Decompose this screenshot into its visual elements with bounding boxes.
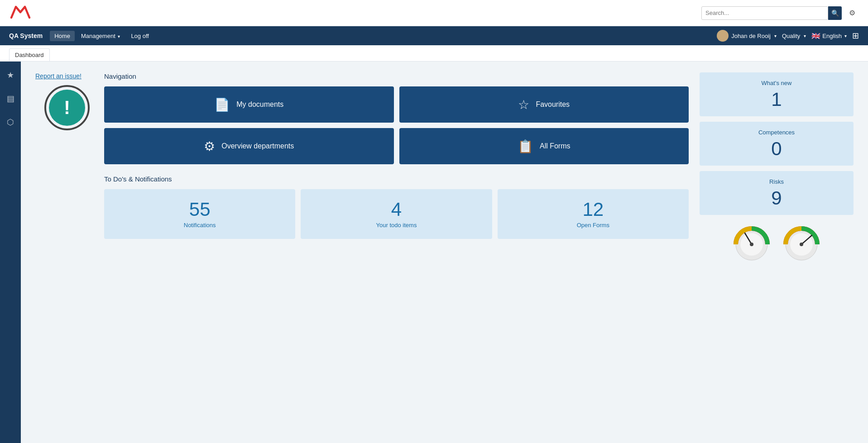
search-button[interactable]: 🔍 (828, 6, 842, 20)
share-icon: ⬡ (7, 117, 14, 127)
card-risks-number: 9 (709, 189, 844, 208)
tab-dashboard[interactable]: Dashboard (9, 48, 50, 61)
tile-my-documents-label: My documents (236, 100, 283, 109)
role-dropdown-arrow: ▾ (804, 33, 806, 38)
card-whats-new-title: What's new (709, 80, 844, 86)
nav-tiles: 📄 My documents ☆ Favourites ⚙ Overview d… (104, 86, 689, 164)
search-icon: 🔍 (831, 10, 839, 17)
right-panel: What's new 1 Competences 0 Risks 9 (700, 72, 854, 265)
navigation-title: Navigation (104, 72, 689, 80)
tile-my-documents[interactable]: 📄 My documents (104, 86, 394, 123)
star-icon: ★ (7, 70, 14, 80)
tile-overview-departments[interactable]: ⚙ Overview departments (104, 128, 394, 164)
settings-button[interactable]: ⚙ (845, 6, 859, 20)
main-content: Report an issue! ! Navigation 📄 My (21, 62, 868, 443)
gauge-1 (731, 224, 772, 265)
nav-item-logoff[interactable]: Log off (126, 31, 153, 41)
card-whats-new-number: 1 (709, 90, 844, 109)
sidebar-icon-chart[interactable]: ▤ (2, 91, 19, 107)
dashboard-left: Navigation 📄 My documents ☆ Favourites ⚙ (104, 72, 689, 265)
nav-bar: QA System Home Management ▾ Log off Joha… (0, 26, 868, 45)
sidebar-icon-star[interactable]: ★ (2, 67, 19, 83)
search-input[interactable] (701, 6, 828, 20)
todo-notifications[interactable]: 55 Notifications (104, 189, 295, 239)
nav-user[interactable]: Johan de Rooij ▾ (717, 30, 777, 42)
dashboard-body: Report an issue! ! Navigation 📄 My (35, 72, 854, 265)
search-wrapper: 🔍 (701, 6, 842, 20)
todo-items[interactable]: 4 Your todo items (301, 189, 492, 239)
todo-tiles: 55 Notifications 4 Your todo items 12 Op… (104, 189, 689, 239)
tile-favourites-label: Favourites (536, 100, 570, 109)
todo-items-label: Your todo items (376, 222, 417, 229)
user-role: Quality (782, 33, 800, 39)
tile-all-forms[interactable]: 📋 All Forms (399, 128, 689, 164)
todo-open-forms[interactable]: 12 Open Forms (498, 189, 689, 239)
nav-item-management[interactable]: Management ▾ (77, 31, 125, 41)
report-section: Report an issue! ! (35, 72, 90, 256)
open-forms-label: Open Forms (577, 222, 609, 229)
favourites-icon: ☆ (518, 97, 529, 112)
avatar (717, 30, 729, 42)
card-competences-number: 0 (709, 139, 844, 158)
svg-point-7 (800, 243, 803, 246)
todo-items-number: 4 (391, 200, 402, 219)
documents-icon: 📄 (214, 97, 230, 112)
flag-icon: 🇬🇧 (811, 32, 820, 40)
grid-icon[interactable]: ⊞ (852, 31, 859, 41)
nav-role[interactable]: Quality ▾ (782, 33, 806, 39)
svg-point-3 (750, 243, 753, 246)
logo (9, 3, 36, 23)
language-label: English (822, 33, 842, 39)
gauges-row (700, 224, 854, 265)
nav-right: Johan de Rooij ▾ Quality ▾ 🇬🇧 English ▾ … (717, 30, 859, 42)
nav-language[interactable]: 🇬🇧 English ▾ (811, 32, 847, 40)
settings-icon: ⚙ (849, 9, 855, 17)
sidebar: ★ ▤ ⬡ (0, 62, 21, 443)
sub-nav: Dashboard (0, 45, 868, 62)
report-inner: ! (49, 90, 85, 126)
tile-all-forms-label: All Forms (540, 142, 571, 150)
chart-icon: ▤ (7, 94, 14, 104)
notifications-number: 55 (189, 200, 211, 219)
report-icon-wrapper[interactable]: ! (44, 85, 90, 130)
tile-overview-departments-label: Overview departments (221, 142, 294, 150)
management-dropdown-arrow: ▾ (118, 34, 120, 39)
gauge-2 (781, 224, 822, 265)
sidebar-icon-share[interactable]: ⬡ (2, 114, 19, 130)
card-whats-new[interactable]: What's new 1 (700, 72, 854, 116)
card-competences-title: Competences (709, 129, 844, 136)
top-bar-right: 🔍 ⚙ (701, 6, 859, 20)
departments-icon: ⚙ (204, 139, 215, 154)
report-label[interactable]: Report an issue! (35, 72, 90, 80)
card-competences[interactable]: Competences 0 (700, 122, 854, 166)
todos-title: To Do's & Notifications (104, 175, 689, 183)
forms-icon: 📋 (518, 139, 533, 154)
user-name: Johan de Rooij (731, 33, 771, 39)
lang-dropdown-arrow: ▾ (844, 33, 847, 38)
top-bar: 🔍 ⚙ (0, 0, 868, 26)
nav-item-home[interactable]: Home (50, 31, 75, 41)
nav-brand: QA System (9, 32, 43, 39)
notifications-label: Notifications (184, 222, 216, 229)
open-forms-number: 12 (582, 200, 604, 219)
user-dropdown-arrow: ▾ (774, 33, 777, 38)
tile-favourites[interactable]: ☆ Favourites (399, 86, 689, 123)
layout: ★ ▤ ⬡ Report an issue! ! (0, 62, 868, 443)
exclamation-icon: ! (64, 97, 70, 119)
card-risks[interactable]: Risks 9 (700, 171, 854, 215)
card-risks-title: Risks (709, 178, 844, 185)
